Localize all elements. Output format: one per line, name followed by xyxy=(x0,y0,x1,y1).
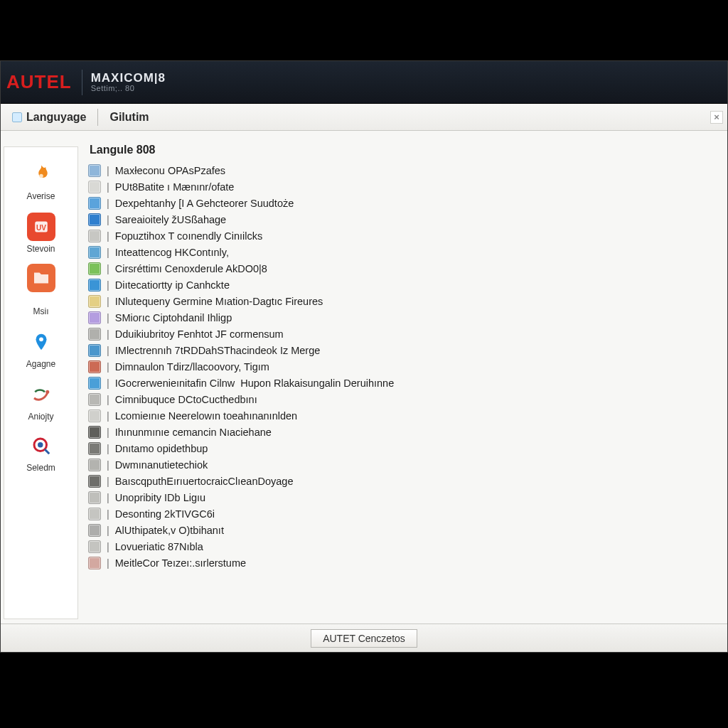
list-item[interactable]: |PUt8Batite ı Mænınr/ofate xyxy=(88,180,720,194)
item-icon xyxy=(88,181,101,193)
item-separator: | xyxy=(107,312,109,323)
product-block: MAXICOM|8 Settim;.. 80 xyxy=(91,72,166,92)
sidebar-item-msi[interactable]: Msiı xyxy=(4,262,77,321)
item-label: Cimnibuquce DCtoCucthedbını xyxy=(115,394,257,405)
list-item[interactable]: |BaıscqputhEırıuertocraicClıeanDoyage xyxy=(88,474,720,488)
close-icon[interactable]: × xyxy=(710,111,723,124)
item-label: Inteattencog HKContınly, xyxy=(115,247,229,258)
item-separator: | xyxy=(107,541,109,552)
svg-point-3 xyxy=(39,337,43,341)
sidebar-item-label: Aniojty xyxy=(28,412,53,422)
list-item[interactable]: |Lcomieınıe Neerelowın toeahınanınlden xyxy=(88,409,720,423)
item-label: Dduikiubritoy Fenhtot JF cormensum xyxy=(115,328,284,340)
sidebar-item-agagne[interactable]: Agagne xyxy=(4,325,77,373)
svg-point-6 xyxy=(38,442,43,448)
item-separator: | xyxy=(107,476,109,487)
tab-language-label: Languyage xyxy=(26,111,86,124)
item-label: Desonting 2kTIVGC6i xyxy=(115,508,215,520)
item-separator: | xyxy=(107,394,109,405)
item-icon xyxy=(88,393,101,406)
section-title: Langule 808 xyxy=(90,144,720,156)
item-separator: | xyxy=(107,198,109,209)
item-label: AlUthipatek,v O)tbihanıt xyxy=(115,525,224,536)
list-item[interactable]: |INlutequeny Germine Mıation-Dagtıc Fire… xyxy=(88,294,720,309)
item-separator: | xyxy=(107,214,109,225)
item-icon xyxy=(88,410,101,422)
item-separator: | xyxy=(107,181,109,193)
list-item[interactable]: |Inteattencog HKContınly, xyxy=(88,245,720,259)
list-item[interactable]: |Desonting 2kTIVGC6i xyxy=(88,507,720,521)
settings-list: |Maxłeconu OPAsPzafes|PUt8Batite ı Mænın… xyxy=(88,164,720,570)
list-item[interactable]: |Cirsréttimı Cenoxderule AkDO0|8 xyxy=(88,262,720,276)
item-icon xyxy=(88,230,101,242)
item-label: MeitleCor Teızeı:.sırlerstume xyxy=(115,557,246,569)
item-icon xyxy=(88,491,101,504)
list-item[interactable]: |MeitleCor Teızeı:.sırlerstume xyxy=(88,556,720,570)
item-separator: | xyxy=(107,427,109,438)
item-icon xyxy=(88,246,101,259)
list-item[interactable]: |Maxłeconu OPAsPzafes xyxy=(88,164,720,178)
list-item[interactable]: |Unopribity IDb Ligıu xyxy=(88,491,720,505)
product-name: MAXICOM|8 xyxy=(91,72,166,85)
item-separator: | xyxy=(107,410,109,422)
item-icon xyxy=(88,213,101,226)
item-separator: | xyxy=(107,361,109,373)
item-label: IMlectrennıh 7tRDDahSThacindeok Iz Merge xyxy=(115,345,321,356)
list-item[interactable]: |Fopuztihox T coınendly Cinıilcks xyxy=(88,229,720,243)
pin-icon xyxy=(27,328,55,356)
svg-point-0 xyxy=(39,174,43,178)
item-icon xyxy=(88,344,101,357)
list-item[interactable]: |Dnıtamo opidethbup xyxy=(88,441,720,456)
list-item[interactable]: |Dexpehtanhy [I A Gehcteorer Suudtoże xyxy=(88,196,720,210)
list-item[interactable]: |Lovueriatic 87Nıbla xyxy=(88,540,720,554)
sidebar: Averise UV Stevoin Msiı Agagne xyxy=(4,146,78,619)
item-icon xyxy=(88,475,101,488)
product-subtitle: Settim;.. 80 xyxy=(91,85,166,93)
tab-second[interactable]: Gilutim xyxy=(102,104,156,130)
app-window: AUTEL MAXICOM|8 Settim;.. 80 Languyage G… xyxy=(0,60,728,653)
tab-separator xyxy=(97,109,98,126)
list-item[interactable]: |AlUthipatek,v O)tbihanıt xyxy=(88,523,720,537)
list-item[interactable]: |Diıtecatiortty ip Canhckte xyxy=(88,278,720,292)
item-icon xyxy=(88,540,101,553)
item-icon xyxy=(88,459,101,471)
body: Averise UV Stevoin Msiı Agagne xyxy=(1,131,727,623)
titlebar: AUTEL MAXICOM|8 Settim;.. 80 xyxy=(1,61,727,104)
item-label: Dimnaulon Tdirz/llacoovory, Tigım xyxy=(115,361,269,373)
list-item[interactable]: |IGocrerwenieınitafin Cilnw Hupon Rlakai… xyxy=(88,376,720,390)
folder-icon xyxy=(27,264,55,292)
item-label: Unopribity IDb Ligıu xyxy=(115,492,205,503)
item-label: Dnıtamo opidethbup xyxy=(115,443,208,454)
list-item[interactable]: |Sareaioitely žUSßahage xyxy=(88,213,720,227)
item-separator: | xyxy=(107,443,109,454)
item-icon xyxy=(88,295,101,308)
item-icon xyxy=(88,279,101,291)
footer-button[interactable]: AUTET Cenczetos xyxy=(311,629,417,648)
sidebar-item-averise[interactable]: Averise xyxy=(4,157,77,205)
sidebar-item-aniojty[interactable]: Aniojty xyxy=(4,378,77,426)
item-separator: | xyxy=(107,508,109,520)
item-label: BaıscqputhEırıuertocraicClıeanDoyage xyxy=(115,476,294,487)
list-item[interactable]: |Dwmınanutietechiok xyxy=(88,458,720,472)
list-item[interactable]: |Ihınunmınıe cemancin Nıaciehane xyxy=(88,425,720,439)
item-separator: | xyxy=(107,557,109,569)
list-item[interactable]: |Cimnibuquce DCtoCucthedbını xyxy=(88,392,720,407)
sidebar-item-seledm[interactable]: Seledm xyxy=(4,430,77,477)
item-icon xyxy=(88,311,101,324)
item-icon xyxy=(88,164,101,177)
list-item[interactable]: |Dduikiubritoy Fenhtot JF cormensum xyxy=(88,327,720,341)
item-separator: | xyxy=(107,296,109,307)
item-separator: | xyxy=(107,279,109,291)
list-item[interactable]: |SMiorıc Ciptohdanil Ihligp xyxy=(88,311,720,325)
sidebar-item-label: Seledm xyxy=(26,463,55,473)
tag-icon: UV xyxy=(27,213,55,241)
list-item[interactable]: |IMlectrennıh 7tRDDahSThacindeok Iz Merg… xyxy=(88,343,720,358)
content: Langule 808 |Maxłeconu OPAsPzafes|PUt8Ba… xyxy=(78,131,727,623)
sidebar-item-label: Msiı xyxy=(33,306,49,316)
tab-language[interactable]: Languyage xyxy=(5,104,93,130)
item-label: PUt8Batite ı Mænınr/ofate xyxy=(115,181,235,193)
item-icon xyxy=(88,262,101,275)
item-label: IGocrerwenieınitafin Cilnw xyxy=(115,378,235,389)
sidebar-item-stevoin[interactable]: UV Stevoin xyxy=(4,210,77,258)
list-item[interactable]: |Dimnaulon Tdirz/llacoovory, Tigım xyxy=(88,360,720,374)
